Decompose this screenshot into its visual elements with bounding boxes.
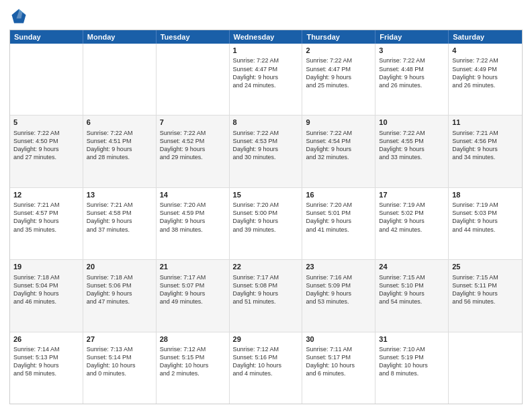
cell-info: Sunrise: 7:22 AM Sunset: 4:47 PM Dayligh…: [233, 56, 299, 89]
day-number: 30: [306, 334, 371, 345]
weekday-header-tuesday: Tuesday: [157, 30, 230, 44]
day-number: 20: [87, 262, 152, 272]
calendar-cell: [83, 44, 157, 115]
calendar-cell: 1Sunrise: 7:22 AM Sunset: 4:47 PM Daylig…: [230, 44, 303, 115]
calendar-cell: 4Sunrise: 7:22 AM Sunset: 4:49 PM Daylig…: [449, 44, 522, 115]
calendar-row-4: 19Sunrise: 7:18 AM Sunset: 5:04 PM Dayli…: [10, 260, 522, 332]
weekday-header-saturday: Saturday: [449, 30, 522, 44]
day-number: 13: [87, 190, 152, 200]
cell-info: Sunrise: 7:22 AM Sunset: 4:55 PM Dayligh…: [379, 129, 445, 162]
day-number: 9: [306, 118, 371, 128]
day-number: 14: [160, 190, 226, 200]
day-number: 5: [13, 118, 79, 128]
day-number: 25: [452, 262, 519, 272]
day-number: 3: [379, 46, 445, 56]
day-number: 29: [233, 334, 299, 345]
cell-info: Sunrise: 7:22 AM Sunset: 4:54 PM Dayligh…: [306, 129, 371, 162]
calendar-row-1: 1Sunrise: 7:22 AM Sunset: 4:47 PM Daylig…: [10, 44, 522, 116]
day-number: 26: [13, 334, 79, 345]
cell-info: Sunrise: 7:21 AM Sunset: 4:57 PM Dayligh…: [13, 201, 79, 234]
cell-info: Sunrise: 7:22 AM Sunset: 4:49 PM Dayligh…: [452, 56, 519, 89]
calendar-cell: 2Sunrise: 7:22 AM Sunset: 4:47 PM Daylig…: [302, 44, 375, 115]
day-number: 28: [160, 334, 226, 345]
calendar-cell: 13Sunrise: 7:21 AM Sunset: 4:58 PM Dayli…: [83, 188, 157, 259]
cell-info: Sunrise: 7:15 AM Sunset: 5:10 PM Dayligh…: [379, 273, 445, 306]
day-number: 11: [452, 118, 519, 128]
calendar-cell: 12Sunrise: 7:21 AM Sunset: 4:57 PM Dayli…: [10, 188, 83, 259]
calendar-cell: 31Sunrise: 7:10 AM Sunset: 5:19 PM Dayli…: [375, 332, 449, 404]
cell-info: Sunrise: 7:21 AM Sunset: 4:56 PM Dayligh…: [452, 129, 519, 162]
cell-info: Sunrise: 7:19 AM Sunset: 5:03 PM Dayligh…: [452, 201, 519, 234]
weekday-header-sunday: Sunday: [10, 30, 83, 44]
day-number: 22: [233, 262, 299, 272]
cell-info: Sunrise: 7:14 AM Sunset: 5:13 PM Dayligh…: [13, 345, 79, 378]
calendar-header: SundayMondayTuesdayWednesdayThursdayFrid…: [10, 30, 522, 44]
cell-info: Sunrise: 7:16 AM Sunset: 5:09 PM Dayligh…: [306, 273, 371, 306]
cell-info: Sunrise: 7:12 AM Sunset: 5:15 PM Dayligh…: [160, 345, 226, 378]
calendar-cell: 22Sunrise: 7:17 AM Sunset: 5:08 PM Dayli…: [230, 260, 303, 331]
calendar: SundayMondayTuesdayWednesdayThursdayFrid…: [9, 30, 523, 404]
cell-info: Sunrise: 7:22 AM Sunset: 4:51 PM Dayligh…: [87, 129, 152, 162]
day-number: 21: [160, 262, 226, 272]
calendar-cell: [157, 44, 230, 115]
cell-info: Sunrise: 7:17 AM Sunset: 5:08 PM Dayligh…: [233, 273, 299, 306]
cell-info: Sunrise: 7:22 AM Sunset: 4:52 PM Dayligh…: [160, 129, 226, 162]
day-number: 31: [379, 334, 445, 345]
weekday-header-thursday: Thursday: [302, 30, 375, 44]
cell-info: Sunrise: 7:11 AM Sunset: 5:17 PM Dayligh…: [306, 345, 371, 378]
day-number: 6: [87, 118, 152, 128]
cell-info: Sunrise: 7:13 AM Sunset: 5:14 PM Dayligh…: [87, 345, 152, 378]
calendar-cell: 27Sunrise: 7:13 AM Sunset: 5:14 PM Dayli…: [83, 332, 157, 404]
cell-info: Sunrise: 7:22 AM Sunset: 4:50 PM Dayligh…: [13, 129, 79, 162]
day-number: 15: [233, 190, 299, 200]
calendar-cell: 7Sunrise: 7:22 AM Sunset: 4:52 PM Daylig…: [157, 116, 230, 187]
day-number: 4: [452, 46, 519, 56]
logo-icon: [9, 7, 28, 26]
calendar-cell: 8Sunrise: 7:22 AM Sunset: 4:53 PM Daylig…: [230, 116, 303, 187]
calendar-cell: [449, 332, 522, 404]
cell-info: Sunrise: 7:22 AM Sunset: 4:48 PM Dayligh…: [379, 56, 445, 89]
day-number: 8: [233, 118, 299, 128]
cell-info: Sunrise: 7:18 AM Sunset: 5:04 PM Dayligh…: [13, 273, 79, 306]
calendar-cell: 15Sunrise: 7:20 AM Sunset: 5:00 PM Dayli…: [230, 188, 303, 259]
calendar-cell: 20Sunrise: 7:18 AM Sunset: 5:06 PM Dayli…: [83, 260, 157, 331]
calendar-row-5: 26Sunrise: 7:14 AM Sunset: 5:13 PM Dayli…: [10, 332, 522, 404]
calendar-cell: 25Sunrise: 7:15 AM Sunset: 5:11 PM Dayli…: [449, 260, 522, 331]
cell-info: Sunrise: 7:20 AM Sunset: 4:59 PM Dayligh…: [160, 201, 226, 234]
weekday-header-monday: Monday: [83, 30, 157, 44]
calendar-cell: 14Sunrise: 7:20 AM Sunset: 4:59 PM Dayli…: [157, 188, 230, 259]
calendar-cell: 29Sunrise: 7:12 AM Sunset: 5:16 PM Dayli…: [230, 332, 303, 404]
calendar-cell: 19Sunrise: 7:18 AM Sunset: 5:04 PM Dayli…: [10, 260, 83, 331]
day-number: 24: [379, 262, 445, 272]
day-number: 18: [452, 190, 519, 200]
day-number: 17: [379, 190, 445, 200]
header: [9, 7, 523, 26]
logo: [9, 7, 31, 26]
day-number: 12: [13, 190, 79, 200]
day-number: 23: [306, 262, 371, 272]
calendar-cell: [10, 44, 83, 115]
day-number: 16: [306, 190, 371, 200]
day-number: 10: [379, 118, 445, 128]
calendar-cell: 23Sunrise: 7:16 AM Sunset: 5:09 PM Dayli…: [302, 260, 375, 331]
calendar-cell: 30Sunrise: 7:11 AM Sunset: 5:17 PM Dayli…: [302, 332, 375, 404]
cell-info: Sunrise: 7:15 AM Sunset: 5:11 PM Dayligh…: [452, 273, 519, 306]
cell-info: Sunrise: 7:22 AM Sunset: 4:47 PM Dayligh…: [306, 56, 371, 89]
calendar-cell: 11Sunrise: 7:21 AM Sunset: 4:56 PM Dayli…: [449, 116, 522, 187]
calendar-cell: 17Sunrise: 7:19 AM Sunset: 5:02 PM Dayli…: [375, 188, 449, 259]
weekday-header-wednesday: Wednesday: [230, 30, 303, 44]
day-number: 2: [306, 46, 371, 56]
calendar-cell: 5Sunrise: 7:22 AM Sunset: 4:50 PM Daylig…: [10, 116, 83, 187]
cell-info: Sunrise: 7:12 AM Sunset: 5:16 PM Dayligh…: [233, 345, 299, 378]
cell-info: Sunrise: 7:22 AM Sunset: 4:53 PM Dayligh…: [233, 129, 299, 162]
calendar-cell: 10Sunrise: 7:22 AM Sunset: 4:55 PM Dayli…: [375, 116, 449, 187]
weekday-header-friday: Friday: [375, 30, 449, 44]
calendar-cell: 28Sunrise: 7:12 AM Sunset: 5:15 PM Dayli…: [157, 332, 230, 404]
calendar-cell: 26Sunrise: 7:14 AM Sunset: 5:13 PM Dayli…: [10, 332, 83, 404]
day-number: 19: [13, 262, 79, 272]
cell-info: Sunrise: 7:20 AM Sunset: 5:00 PM Dayligh…: [233, 201, 299, 234]
cell-info: Sunrise: 7:10 AM Sunset: 5:19 PM Dayligh…: [379, 345, 445, 378]
cell-info: Sunrise: 7:19 AM Sunset: 5:02 PM Dayligh…: [379, 201, 445, 234]
page: SundayMondayTuesdayWednesdayThursdayFrid…: [0, 0, 532, 411]
calendar-row-2: 5Sunrise: 7:22 AM Sunset: 4:50 PM Daylig…: [10, 116, 522, 187]
